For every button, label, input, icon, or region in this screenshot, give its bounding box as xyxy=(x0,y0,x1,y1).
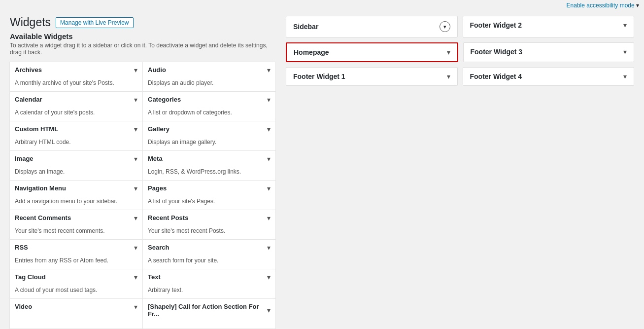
widget-rss-header[interactable]: RSS ▾ xyxy=(10,240,142,255)
sidebar-chevron-footer1: ▾ xyxy=(447,73,450,80)
sidebar-chevron-homepage: ▾ xyxy=(447,48,450,56)
widget-image-chevron: ▾ xyxy=(134,155,137,162)
widget-archives[interactable]: Archives ▾ A monthly archive of your sit… xyxy=(9,62,143,92)
page-title: Widgets xyxy=(10,16,51,29)
widget-audio-chevron: ▾ xyxy=(267,67,271,73)
sidebar-chevron-circle-sidebar: ▾ xyxy=(440,21,450,32)
widget-gallery-name: Gallery xyxy=(148,125,169,133)
widget-tag-cloud-chevron: ▾ xyxy=(134,274,137,281)
widget-gallery[interactable]: Gallery ▾ Displays an image gallery. xyxy=(142,121,276,151)
widget-shapely[interactable]: [Shapely] Call for Action Section For Fr… xyxy=(142,298,276,329)
widget-archives-header[interactable]: Archives ▾ xyxy=(10,62,142,77)
widget-recent-posts[interactable]: Recent Posts ▾ Your site's most recent P… xyxy=(142,210,276,240)
widget-recent-posts-name: Recent Posts xyxy=(148,214,188,221)
widget-pages-chevron: ▾ xyxy=(267,185,271,192)
widget-archives-chevron: ▾ xyxy=(134,67,137,73)
sidebar-area-footer4[interactable]: Footer Widget 4 ▾ xyxy=(463,67,635,86)
widget-recent-comments-desc: Your site's most recent comments. xyxy=(10,225,142,239)
widget-archives-desc: A monthly archive of your site's Posts. xyxy=(10,77,142,91)
sidebar-area-footer2[interactable]: Footer Widget 2 ▾ xyxy=(463,16,635,37)
widget-text-desc: Arbitrary text. xyxy=(143,285,275,298)
widget-recent-comments-name: Recent Comments xyxy=(15,214,71,221)
widget-navigation-menu-desc: Add a navigation menu to your sidebar. xyxy=(10,196,142,210)
sidebar-header-footer3[interactable]: Footer Widget 3 ▾ xyxy=(464,43,634,61)
widget-rss[interactable]: RSS ▾ Entries from any RSS or Atom feed. xyxy=(9,239,143,269)
widget-text-header[interactable]: Text ▾ xyxy=(143,269,275,285)
widget-archives-name: Archives xyxy=(15,66,42,73)
left-panel: Widgets Manage with Live Preview Availab… xyxy=(10,16,276,329)
widget-gallery-header[interactable]: Gallery ▾ xyxy=(143,121,275,137)
widget-shapely-desc xyxy=(143,322,275,329)
sidebar-chevron-footer3: ▾ xyxy=(623,48,627,56)
widget-meta-name: Meta xyxy=(148,155,163,162)
widget-recent-comments-header[interactable]: Recent Comments ▾ xyxy=(10,210,142,225)
widget-audio-header[interactable]: Audio ▾ xyxy=(143,62,275,77)
widget-shapely-name: [Shapely] Call for Action Section For Fr… xyxy=(148,303,267,318)
widget-categories-header[interactable]: Categories ▾ xyxy=(143,92,275,107)
widget-text[interactable]: Text ▾ Arbitrary text. xyxy=(142,269,276,299)
widget-video-desc xyxy=(10,314,142,321)
widget-image[interactable]: Image ▾ Displays an image. xyxy=(9,150,143,181)
widget-rss-desc: Entries from any RSS or Atom feed. xyxy=(10,255,142,269)
widget-meta-chevron: ▾ xyxy=(267,155,271,162)
widget-navigation-menu-header[interactable]: Navigation Menu ▾ xyxy=(10,181,142,196)
widget-rss-name: RSS xyxy=(15,244,28,251)
sidebar-area-footer3[interactable]: Footer Widget 3 ▾ xyxy=(463,42,635,62)
widget-custom-html-header[interactable]: Custom HTML ▾ xyxy=(10,121,142,137)
widget-video[interactable]: Video ▾ xyxy=(9,298,143,329)
widget-pages-header[interactable]: Pages ▾ xyxy=(143,181,275,196)
widget-tag-cloud[interactable]: Tag Cloud ▾ A cloud of your most used ta… xyxy=(9,269,143,299)
widget-custom-html[interactable]: Custom HTML ▾ Arbitrary HTML code. xyxy=(9,121,143,151)
widget-tag-cloud-desc: A cloud of your most used tags. xyxy=(10,285,142,298)
widget-categories-desc: A list or dropdown of categories. xyxy=(143,107,275,121)
sidebar-area-sidebar[interactable]: Sidebar ▾ xyxy=(286,16,458,37)
sidebar-header-footer4[interactable]: Footer Widget 4 ▾ xyxy=(463,68,634,85)
widget-search-chevron: ▾ xyxy=(267,244,271,251)
sidebar-area-homepage[interactable]: Homepage ▾ xyxy=(286,42,458,62)
widget-shapely-header[interactable]: [Shapely] Call for Action Section For Fr… xyxy=(143,299,275,322)
widget-navigation-menu[interactable]: Navigation Menu ▾ Add a navigation menu … xyxy=(9,180,143,210)
widget-tag-cloud-header[interactable]: Tag Cloud ▾ xyxy=(10,269,142,285)
sidebar-header-sidebar[interactable]: Sidebar ▾ xyxy=(286,16,457,37)
manage-live-preview-button[interactable]: Manage with Live Preview xyxy=(56,17,133,28)
sidebar-chevron-footer4: ▾ xyxy=(623,73,627,80)
widget-categories-chevron: ▾ xyxy=(267,96,271,103)
widget-categories-name: Categories xyxy=(148,96,181,103)
widget-gallery-desc: Displays an image gallery. xyxy=(143,137,275,150)
widget-audio[interactable]: Audio ▾ Displays an audio player. xyxy=(142,62,276,92)
widget-search[interactable]: Search ▾ A search form for your site. xyxy=(142,239,276,269)
top-bar: Enable accessibility mode ▾ xyxy=(0,0,644,11)
widget-calendar-header[interactable]: Calendar ▾ xyxy=(10,92,142,107)
widget-calendar-name: Calendar xyxy=(15,96,42,103)
right-panel: Sidebar ▾ Footer Widget 2 ▾ Homepage ▾ xyxy=(286,16,634,329)
widget-pages[interactable]: Pages ▾ A list of your site's Pages. xyxy=(142,180,276,210)
widget-calendar[interactable]: Calendar ▾ A calendar of your site's pos… xyxy=(9,91,143,121)
widget-search-header[interactable]: Search ▾ xyxy=(143,240,275,255)
widget-gallery-chevron: ▾ xyxy=(267,126,271,133)
widget-audio-name: Audio xyxy=(148,66,166,73)
sidebar-title-footer1: Footer Widget 1 xyxy=(293,73,345,80)
sidebar-header-footer2[interactable]: Footer Widget 2 ▾ xyxy=(463,16,634,34)
widget-recent-comments[interactable]: Recent Comments ▾ Your site's most recen… xyxy=(9,210,143,240)
widget-meta[interactable]: Meta ▾ Login, RSS, & WordPress.org links… xyxy=(142,150,276,181)
available-widgets-title: Available Widgets xyxy=(10,32,276,40)
widget-custom-html-desc: Arbitrary HTML code. xyxy=(10,137,142,150)
widget-image-header[interactable]: Image ▾ xyxy=(10,151,142,166)
widget-video-header[interactable]: Video ▾ xyxy=(10,299,142,314)
widget-recent-comments-chevron: ▾ xyxy=(134,215,137,221)
sidebar-title-footer4: Footer Widget 4 xyxy=(470,73,522,80)
sidebar-header-footer1[interactable]: Footer Widget 1 ▾ xyxy=(286,68,457,85)
widget-text-name: Text xyxy=(148,273,161,281)
widget-video-chevron: ▾ xyxy=(134,303,137,310)
widget-recent-posts-header[interactable]: Recent Posts ▾ xyxy=(143,210,275,225)
sidebar-header-homepage[interactable]: Homepage ▾ xyxy=(287,43,457,61)
widget-pages-name: Pages xyxy=(148,184,167,192)
accessibility-link[interactable]: Enable accessibility mode xyxy=(567,2,635,9)
widget-categories[interactable]: Categories ▾ A list or dropdown of categ… xyxy=(142,91,276,121)
widget-video-name: Video xyxy=(15,303,32,310)
widget-meta-header[interactable]: Meta ▾ xyxy=(143,151,275,166)
sidebar-title-footer2: Footer Widget 2 xyxy=(470,21,522,29)
sidebar-area-footer1[interactable]: Footer Widget 1 ▾ xyxy=(286,67,458,86)
widget-tag-cloud-name: Tag Cloud xyxy=(15,273,46,281)
widget-navigation-menu-chevron: ▾ xyxy=(134,185,137,192)
